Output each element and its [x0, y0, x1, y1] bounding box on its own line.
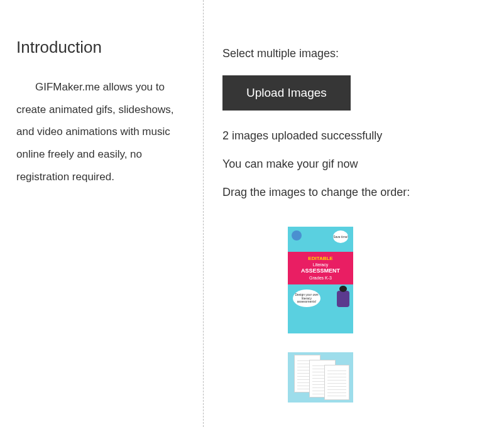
select-images-label: Select multiple images: [222, 47, 485, 60]
make-gif-hint: You can make your gif now [222, 158, 485, 171]
thumbnail-list: Save time! EDITABLE Literacy ASSESSMENT … [222, 214, 485, 403]
intro-heading: Introduction [16, 38, 184, 57]
thumb2-sheet-icon [324, 365, 349, 400]
thumb1-logo-icon [292, 230, 302, 241]
thumb1-character-icon [337, 291, 349, 307]
sidebar-introduction: Introduction GIFMaker.me allows you to c… [0, 0, 203, 427]
thumb1-banner-line2: Literacy [289, 262, 352, 268]
thumb1-bottom: Design your own literacy assessments! [288, 284, 353, 333]
uploaded-image-2[interactable] [288, 352, 353, 403]
upload-status: 2 images uploaded successfully [222, 129, 485, 143]
thumb1-bottom-bubble: Design your own literacy assessments! [293, 289, 320, 307]
thumb1-top-bubble: Save time! [333, 230, 348, 243]
thumb1-banner-line1: EDITABLE [289, 256, 352, 262]
thumb1-banner-line4: Grades K-3 [289, 275, 352, 281]
upload-images-button[interactable]: Upload Images [222, 75, 351, 111]
intro-paragraph: GIFMaker.me allows you to create animate… [16, 76, 184, 188]
thumb1-banner: EDITABLE Literacy ASSESSMENT Grades K-3 [288, 252, 353, 284]
main-panel: Select multiple images: Upload Images 2 … [204, 0, 504, 427]
drag-order-label: Drag the images to change the order: [222, 186, 485, 199]
thumb1-top: Save time! [288, 227, 353, 252]
uploaded-image-1[interactable]: Save time! EDITABLE Literacy ASSESSMENT … [288, 227, 353, 333]
thumb1-banner-line3: ASSESSMENT [289, 268, 352, 275]
